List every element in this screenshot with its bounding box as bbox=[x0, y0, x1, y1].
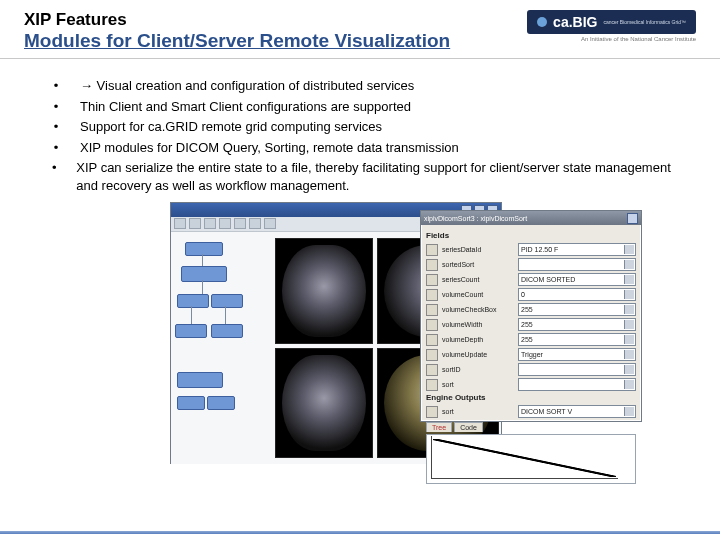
field-name: sort bbox=[442, 408, 514, 415]
title-block: XIP Features Modules for Client/Server R… bbox=[24, 10, 450, 52]
pipeline-node[interactable] bbox=[211, 324, 243, 338]
field-input[interactable]: DICOM SORT V bbox=[518, 405, 636, 418]
field-name: volumeDepth bbox=[442, 336, 514, 343]
bullet-dot-icon: • bbox=[50, 77, 62, 95]
slide-header: XIP Features Modules for Client/Server R… bbox=[0, 0, 720, 56]
toolbar-button[interactable] bbox=[174, 218, 186, 229]
outputs-section-label: Engine Outputs bbox=[426, 393, 636, 402]
field-input[interactable] bbox=[518, 363, 636, 376]
toolbar-button[interactable] bbox=[234, 218, 246, 229]
pipeline-node[interactable] bbox=[177, 372, 223, 388]
bullet-text: Thin Client and Smart Client configurati… bbox=[80, 98, 411, 116]
field-icon bbox=[426, 349, 438, 361]
properties-window: xipivDicomSort3 : xipivDicomSort Fields … bbox=[420, 210, 642, 422]
fields-list: seriesDataIdPID 12.50 FsortedSortseriesC… bbox=[426, 243, 636, 391]
logo-subtext: cancer Biomedical Informatics Grid™ bbox=[603, 19, 686, 25]
bullet-item: •XIP modules for DICOM Query, Sorting, r… bbox=[50, 139, 680, 157]
field-icon bbox=[426, 274, 438, 286]
bullet-dot-icon: • bbox=[50, 139, 62, 157]
property-field-row: sortID bbox=[426, 363, 636, 376]
pipeline-edge bbox=[225, 306, 226, 324]
toolbar-button[interactable] bbox=[189, 218, 201, 229]
property-field-row: sort bbox=[426, 378, 636, 391]
property-field-row: volumeWidth255 bbox=[426, 318, 636, 331]
property-field-row: volumeUpdateTrigger bbox=[426, 348, 636, 361]
field-input[interactable] bbox=[518, 378, 636, 391]
tab-tree[interactable]: Tree bbox=[426, 422, 452, 432]
field-name: sortID bbox=[442, 366, 514, 373]
property-field-row: seriesDataIdPID 12.50 F bbox=[426, 243, 636, 256]
cabig-logo: ca.BIG cancer Biomedical Informatics Gri… bbox=[527, 10, 696, 42]
bullet-item: •Support for ca.GRID remote grid computi… bbox=[50, 118, 680, 136]
field-name: sort bbox=[442, 381, 514, 388]
logo-dot-icon bbox=[537, 17, 547, 27]
field-name: volumeCheckBox bbox=[442, 306, 514, 313]
bullet-item: •Thin Client and Smart Client configurat… bbox=[50, 98, 680, 116]
field-input[interactable]: DICOM SORTED bbox=[518, 273, 636, 286]
prop-tabs: Tree Code bbox=[426, 422, 636, 432]
field-icon bbox=[426, 364, 438, 376]
field-icon bbox=[426, 244, 438, 256]
pipeline-node[interactable] bbox=[181, 266, 227, 282]
field-name: sortedSort bbox=[442, 261, 514, 268]
pipeline-node[interactable] bbox=[211, 294, 243, 308]
bullet-text: → Visual creation and configuration of d… bbox=[80, 77, 414, 95]
scan-viewport-neck[interactable] bbox=[275, 238, 373, 344]
bullet-dot-icon: • bbox=[50, 159, 58, 194]
scan-viewport-axial[interactable] bbox=[275, 348, 373, 458]
scan-image-icon bbox=[282, 245, 366, 337]
pipeline-node[interactable] bbox=[207, 396, 235, 410]
field-icon bbox=[426, 259, 438, 271]
bullet-text: XIP can serialize the entire state to a … bbox=[76, 159, 680, 194]
properties-titlebar: xipivDicomSort3 : xipivDicomSort bbox=[421, 211, 641, 225]
field-icon bbox=[426, 304, 438, 316]
properties-title: xipivDicomSort3 : xipivDicomSort bbox=[424, 215, 527, 222]
property-field-row: volumeDepth255 bbox=[426, 333, 636, 346]
field-input[interactable]: 255 bbox=[518, 318, 636, 331]
bullet-list: •→ Visual creation and configuration of … bbox=[50, 77, 680, 194]
pipeline-edge bbox=[202, 254, 203, 266]
toolbar-button[interactable] bbox=[204, 218, 216, 229]
slide-footer-bar bbox=[0, 531, 720, 534]
bullet-item: •XIP can serialize the entire state to a… bbox=[50, 159, 680, 194]
bullet-dot-icon: • bbox=[50, 118, 62, 136]
pipeline-edge bbox=[202, 280, 203, 294]
field-input[interactable]: 255 bbox=[518, 303, 636, 316]
property-field-row: sortDICOM SORT V bbox=[426, 405, 636, 418]
title-line-2: Modules for Client/Server Remote Visuali… bbox=[24, 30, 450, 52]
property-field-row: seriesCountDICOM SORTED bbox=[426, 273, 636, 286]
logo-box: ca.BIG cancer Biomedical Informatics Gri… bbox=[527, 10, 696, 34]
properties-body: Fields seriesDataIdPID 12.50 FsortedSort… bbox=[421, 225, 641, 488]
toolbar-button[interactable] bbox=[249, 218, 261, 229]
field-input[interactable]: PID 12.50 F bbox=[518, 243, 636, 256]
toolbar-button[interactable] bbox=[264, 218, 276, 229]
title-line-1: XIP Features bbox=[24, 10, 450, 30]
scan-image-icon bbox=[282, 355, 366, 451]
pipeline-node[interactable] bbox=[175, 324, 207, 338]
close-icon[interactable] bbox=[627, 213, 638, 224]
bullet-item: •→ Visual creation and configuration of … bbox=[50, 77, 680, 95]
pipeline-node[interactable] bbox=[177, 396, 205, 410]
bullet-text: XIP modules for DICOM Query, Sorting, re… bbox=[80, 139, 459, 157]
fields-section-label: Fields bbox=[426, 231, 636, 240]
slide-body: •→ Visual creation and configuration of … bbox=[0, 59, 720, 472]
bullet-text: Support for ca.GRID remote grid computin… bbox=[80, 118, 382, 136]
field-input[interactable]: Trigger bbox=[518, 348, 636, 361]
toolbar-button[interactable] bbox=[219, 218, 231, 229]
field-input[interactable]: 0 bbox=[518, 288, 636, 301]
field-input[interactable]: 255 bbox=[518, 333, 636, 346]
field-input[interactable] bbox=[518, 258, 636, 271]
pipeline-node[interactable] bbox=[177, 294, 209, 308]
field-name: seriesCount bbox=[442, 276, 514, 283]
tab-code[interactable]: Code bbox=[454, 422, 483, 432]
transfer-function-graph[interactable] bbox=[426, 434, 636, 484]
field-icon bbox=[426, 406, 438, 418]
bullet-dot-icon: • bbox=[50, 98, 62, 116]
pipeline-node[interactable] bbox=[185, 242, 223, 256]
field-name: volumeUpdate bbox=[442, 351, 514, 358]
window-controls bbox=[627, 213, 638, 224]
field-name: seriesDataId bbox=[442, 246, 514, 253]
property-field-row: volumeCheckBox255 bbox=[426, 303, 636, 316]
embedded-screenshot: xipivDicomSort3 : xipivDicomSort Fields … bbox=[170, 202, 640, 472]
property-field-row: volumeCount0 bbox=[426, 288, 636, 301]
